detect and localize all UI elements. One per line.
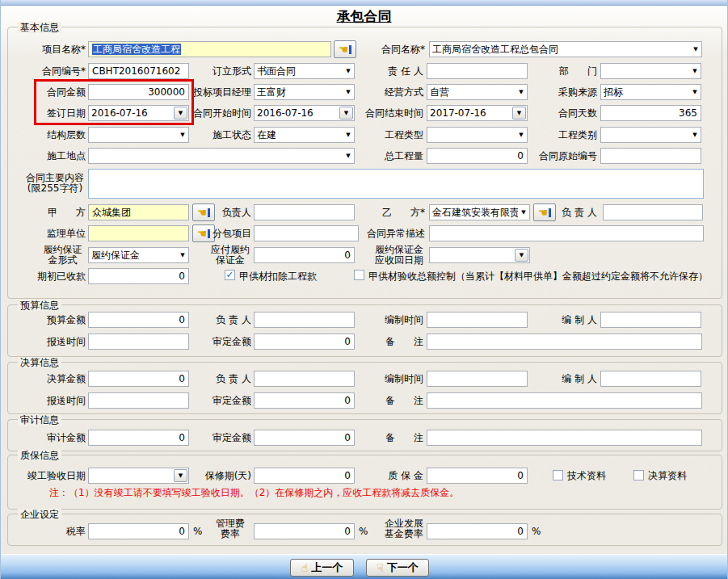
mgmt-fee-input[interactable]: 0 (254, 523, 355, 539)
settlement-approved-input[interactable]: 0 (254, 392, 355, 409)
tech-doc-checkbox[interactable] (553, 470, 563, 480)
warranty-note: 注：（1）没有竣工请不要填写竣工验收日期。（2）在保修期之内，应收工程款将减去质… (49, 487, 459, 498)
abnormal-input[interactable] (429, 225, 704, 241)
deduct-material-checkbox-label: 甲供材扣除工程款 (239, 270, 317, 283)
settlement-amount-input[interactable]: 0 (88, 371, 189, 387)
audit-amount-input[interactable]: 0 (88, 430, 189, 446)
procurement-select[interactable]: 招标▼ (600, 84, 701, 100)
sign-date-picker[interactable]: 2016-07-16▼ (88, 105, 189, 121)
bond-form-select[interactable]: 履约保证金▼ (88, 247, 189, 263)
settlement-compiler-input[interactable] (600, 371, 701, 387)
original-no-input[interactable] (600, 148, 701, 164)
tax-percent-label: % (193, 523, 202, 539)
budget-mgr-label: 负 责 人 (191, 312, 251, 328)
party-b-mgr-input[interactable] (603, 204, 703, 220)
contract-no-input[interactable]: CBHT2016071602 (88, 63, 189, 79)
dropdown-arrow-icon: ▼ (339, 107, 353, 120)
budget-amount-input[interactable]: 0 (88, 312, 189, 328)
bid-manager-select[interactable]: 王富财▼ (254, 84, 355, 100)
party-a-input[interactable]: 众城集团 (88, 204, 189, 220)
budget-mgr-input[interactable] (254, 312, 355, 328)
dept-label: 部 门 (530, 63, 597, 79)
next-button-label: 下一个 (387, 560, 419, 575)
party-b-mgr-label: 负 责 人 (530, 204, 597, 220)
subproject-input[interactable] (254, 225, 359, 241)
retention-input[interactable]: 0 (427, 468, 528, 484)
structure-floors-select[interactable]: ▼ (88, 127, 189, 143)
main-content-textarea[interactable] (88, 169, 704, 199)
dropdown-arrow-icon: ▼ (515, 85, 527, 99)
form-type-label: 订立形式 (191, 63, 251, 79)
budget-compiler-input[interactable] (600, 312, 701, 328)
days-input[interactable]: 365 (600, 105, 701, 121)
project-name-pick-button[interactable]: ☚ (334, 40, 356, 58)
settlement-compile-time-input[interactable] (427, 371, 528, 387)
prev-button[interactable]: ☝上一个 (290, 559, 354, 577)
settlement-remark-input[interactable] (427, 392, 702, 409)
budget-approved-input[interactable]: 0 (254, 334, 355, 350)
final-doc-checkbox[interactable] (633, 470, 644, 480)
contract-name-select[interactable]: 工商局宿舍改造工程总包合同▼ (429, 41, 702, 57)
responsible-input[interactable] (427, 63, 528, 79)
initial-received-input[interactable]: 0 (88, 268, 189, 284)
bottom-border-strip (1, 554, 727, 579)
project-class-select[interactable]: ▼ (600, 127, 701, 143)
start-date-picker[interactable]: 2016-07-16▼ (254, 105, 355, 121)
location-select[interactable]: ▼ (88, 148, 355, 164)
party-a-mgr-input[interactable] (254, 204, 355, 220)
settlement-mgr-input[interactable] (254, 371, 355, 387)
construct-status-select[interactable]: 在建▼ (254, 127, 355, 143)
settlement-submit-time-input[interactable] (88, 392, 189, 409)
responsible-label: 责 任 人 (356, 63, 423, 79)
next-button[interactable]: ☟下一个 (366, 559, 429, 577)
audit-approved-label: 审定金额 (191, 430, 251, 446)
budget-compiler-label: 编 制 人 (530, 312, 597, 328)
budget-compile-time-input[interactable] (427, 312, 528, 328)
dropdown-arrow-icon: ▼ (689, 85, 701, 99)
project-type-select[interactable]: ▼ (427, 127, 528, 143)
project-name-input[interactable]: 工商局宿舍改造工程 (88, 41, 331, 57)
tax-rate-input[interactable]: 0 (88, 523, 189, 539)
bond-return-date-picker[interactable]: ▼ (429, 247, 530, 263)
end-date-picker[interactable]: 2017-07-16▼ (427, 105, 528, 121)
warranty-period-input[interactable]: 0 (254, 468, 355, 484)
initial-received-label: 期初已收款 (9, 268, 86, 284)
construct-status-label: 施工状态 (191, 127, 251, 143)
contract-name-label: 合同名称* (356, 41, 425, 57)
material-control-checkbox[interactable] (354, 270, 364, 280)
supervisor-input[interactable] (88, 225, 189, 241)
accept-date-label: 竣工验收日期 (9, 468, 86, 484)
structure-floors-label: 结构层数 (9, 127, 86, 143)
dept-select[interactable]: ▼ (600, 63, 701, 79)
procurement-label: 采购来源 (530, 84, 597, 100)
project-name-selected-text: 工商局宿舍改造工程 (92, 44, 181, 55)
audit-approved-input[interactable]: 0 (254, 430, 355, 446)
bond-payable-input[interactable]: 0 (254, 247, 355, 263)
form-type-select[interactable]: 书面合同▼ (254, 63, 355, 79)
project-class-label: 工程类别 (530, 127, 597, 143)
settlement-mgr-label: 负 责 人 (191, 371, 251, 387)
deduct-material-checkbox[interactable]: ✓ (225, 270, 235, 280)
dropdown-arrow-icon: ▼ (689, 64, 701, 78)
audit-remark-input[interactable] (427, 430, 702, 446)
dev-fund-input[interactable]: 0 (427, 523, 528, 539)
party-b-select[interactable]: 金石建筑安装有限责▼ (429, 204, 530, 220)
operation-select[interactable]: 自营▼ (427, 84, 528, 100)
budget-submit-time-input[interactable] (88, 334, 189, 350)
budget-remark-input[interactable] (427, 334, 702, 350)
audit-remark-label: 备 注 (356, 430, 423, 446)
contract-no-label: 合同编号* (9, 63, 86, 79)
budget-approved-label: 审定金额 (191, 334, 251, 350)
warranty-period-label: 保修期(天) (191, 468, 251, 484)
amount-input[interactable]: 300000 (88, 84, 189, 100)
settlement-compiler-label: 编 制 人 (530, 371, 597, 387)
party-a-label: 甲 方 (9, 204, 86, 220)
accept-date-picker[interactable]: ▼ (88, 468, 189, 484)
original-no-label: 合同原始编号 (530, 148, 597, 164)
audit-amount-label: 审计金额 (9, 430, 86, 446)
total-quantity-input[interactable]: 0 (427, 148, 528, 164)
audit-info-legend: 审计信息 (18, 414, 61, 426)
abnormal-label: 合同异常描述 (356, 225, 425, 241)
material-control-checkbox-label: 甲供材验收总额控制（当累计【材料甲供单】金额超过约定金额将不允许保存） (368, 270, 708, 283)
page-title: 承包合同 (1, 7, 727, 26)
